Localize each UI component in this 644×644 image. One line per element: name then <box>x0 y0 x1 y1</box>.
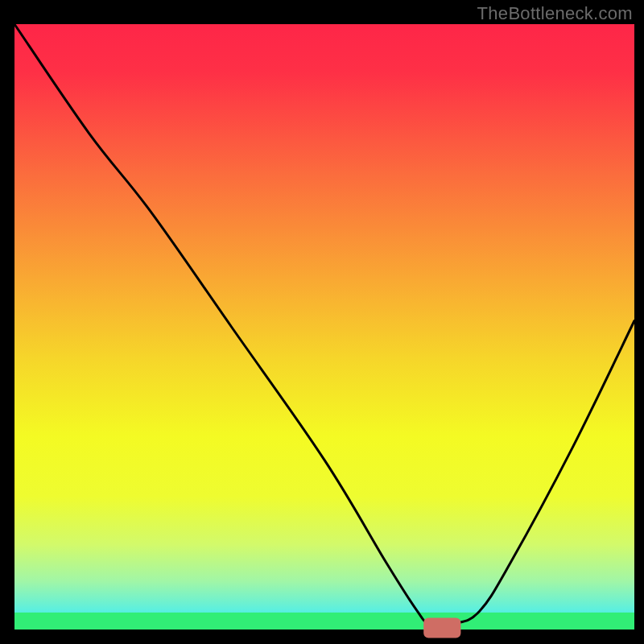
chart-frame: TheBottleneck.com <box>0 0 644 644</box>
optimal-marker <box>423 617 460 638</box>
bottleneck-chart <box>0 0 644 644</box>
green-band <box>14 613 634 630</box>
plot-area <box>14 24 634 630</box>
watermark-text: TheBottleneck.com <box>477 3 633 24</box>
